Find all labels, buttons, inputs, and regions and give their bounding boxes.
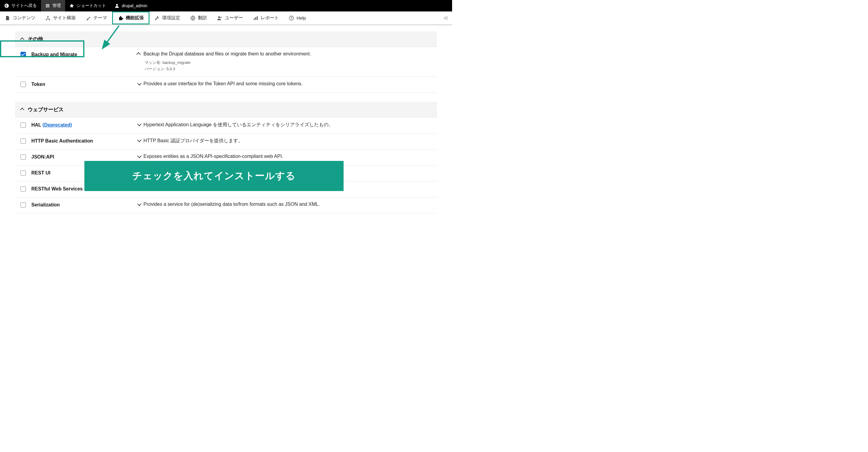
manage-toggle[interactable]: 管理 — [41, 0, 65, 11]
module-name-basicauth: HTTP Basic Authentication — [31, 138, 134, 144]
module-desc-backup: Backup the Drupal database and files or … — [144, 51, 311, 57]
wrench-icon — [86, 15, 91, 21]
module-row-serialization: Serialization Provides a service for (de… — [15, 197, 437, 213]
user-menu[interactable]: drupal_admin — [110, 0, 152, 11]
machine-name-label: マシン名: backup_migrate — [145, 60, 432, 66]
tab-structure[interactable]: サイト構築 — [40, 11, 81, 24]
svg-point-2 — [47, 16, 49, 17]
tab-appearance[interactable]: テーマ — [81, 11, 112, 24]
svg-rect-8 — [254, 19, 255, 20]
section-webservices-label: ウェブサービス — [28, 106, 64, 113]
people-icon — [217, 15, 222, 21]
module-desc-serialization: Provides a service for (de)serializing d… — [144, 202, 320, 207]
module-name-jsonapi: JSON:API — [31, 154, 134, 160]
structure-icon — [45, 15, 51, 21]
svg-point-0 — [4, 4, 9, 8]
tab-extend[interactable]: 機能拡張 — [112, 11, 150, 24]
chevron-down-icon[interactable] — [137, 202, 141, 207]
chart-icon — [253, 15, 258, 21]
globe-icon — [190, 15, 195, 21]
module-checkbox-backup[interactable] — [21, 52, 26, 57]
manage-label: 管理 — [53, 3, 61, 8]
svg-point-7 — [220, 17, 221, 18]
module-checkbox-basicauth[interactable] — [21, 138, 26, 144]
module-checkbox-restui[interactable] — [21, 170, 26, 176]
user-icon — [115, 3, 119, 8]
annotation-text: チェックを入れてインストールする — [132, 170, 296, 181]
module-checkbox-hal[interactable] — [21, 122, 26, 128]
section-webservices-header[interactable]: ウェブサービス — [15, 102, 437, 118]
module-meta-backup: マシン名: backup_migrate バージョン: 5.0.3 — [137, 60, 432, 72]
back-arrow-icon — [4, 3, 9, 8]
username-label: drupal_admin — [122, 3, 147, 8]
module-checkbox-serialization[interactable] — [21, 202, 26, 207]
deprecated-link[interactable]: (Deprecated) — [42, 122, 72, 127]
module-row-basicauth: HTTP Basic Authentication HTTP Basic 認証プ… — [15, 133, 437, 150]
chevron-down-icon[interactable] — [137, 154, 141, 159]
svg-point-1 — [116, 4, 118, 6]
section-other-label: その他 — [28, 36, 43, 42]
module-name-serialization: Serialization — [31, 202, 134, 207]
module-desc-token: Provides a user interface for the Token … — [144, 81, 303, 87]
svg-point-6 — [218, 16, 220, 18]
puzzle-icon — [118, 15, 123, 21]
chevron-down-icon[interactable] — [137, 81, 141, 87]
tab-reports-label: レポート — [261, 15, 279, 21]
module-name-token: Token — [31, 81, 134, 87]
chevron-down-icon[interactable] — [137, 122, 141, 127]
back-to-site-link[interactable]: サイトへ戻る — [0, 0, 41, 11]
tab-config-label: 環境設定 — [162, 15, 180, 21]
module-checkbox-restful[interactable] — [21, 186, 26, 192]
svg-rect-9 — [255, 17, 256, 20]
file-icon — [5, 15, 10, 21]
page-content: その他 Backup and Migrate Backup the Drupal… — [0, 25, 452, 231]
svg-text:?: ? — [290, 17, 292, 20]
toolbar-collapse-icon[interactable] — [438, 11, 452, 24]
wrench2-icon — [154, 15, 160, 21]
module-row-hal: HAL (Deprecated) Hypertext Application L… — [15, 118, 437, 133]
module-row-backup: Backup and Migrate Backup the Drupal dat… — [15, 47, 437, 77]
module-desc-jsonapi: Exposes entities as a JSON:API-specifica… — [144, 154, 283, 159]
tab-structure-label: サイト構築 — [53, 15, 76, 21]
admin-topbar: サイトへ戻る 管理 ショートカット drupal_admin — [0, 0, 452, 11]
hamburger-icon — [45, 3, 50, 8]
tab-appearance-label: テーマ — [93, 15, 107, 21]
shortcuts-label: ショートカット — [76, 3, 106, 8]
section-other-header[interactable]: その他 — [15, 31, 437, 47]
chevron-up-icon[interactable] — [137, 51, 141, 57]
svg-rect-10 — [257, 16, 258, 20]
tab-content-label: コンテンツ — [13, 15, 35, 21]
module-name-hal: HAL (Deprecated) — [31, 122, 134, 128]
tab-translate[interactable]: 翻訳 — [185, 11, 212, 24]
tab-config[interactable]: 環境設定 — [150, 11, 185, 24]
chevron-up-icon — [21, 37, 25, 41]
chevron-up-icon — [21, 107, 25, 111]
admin-tabs: コンテンツ サイト構築 テーマ 機能拡張 環境設定 翻訳 ユーザー レポート ?… — [0, 11, 452, 25]
tab-people-label: ユーザー — [225, 15, 243, 21]
annotation-banner: チェックを入れてインストールする — [84, 161, 344, 191]
module-checkbox-jsonapi[interactable] — [21, 154, 26, 160]
chevron-down-icon[interactable] — [137, 138, 141, 143]
tab-people[interactable]: ユーザー — [212, 11, 248, 24]
shortcuts-link[interactable]: ショートカット — [65, 0, 110, 11]
version-label: バージョン: 5.0.3 — [145, 66, 432, 72]
tab-extend-label: 機能拡張 — [126, 15, 144, 21]
help-icon: ? — [289, 15, 294, 21]
module-desc-hal: Hypertext Application Language を使用しているエン… — [144, 122, 333, 128]
module-name-backup: Backup and Migrate — [31, 51, 134, 57]
tab-reports[interactable]: レポート — [248, 11, 284, 24]
star-icon — [69, 3, 74, 8]
module-row-token: Token Provides a user interface for the … — [15, 77, 437, 93]
tab-content[interactable]: コンテンツ — [0, 11, 40, 24]
module-desc-basicauth: HTTP Basic 認証プロバイダーを提供します。 — [144, 138, 243, 144]
tab-help-label: Help — [297, 15, 306, 21]
back-to-site-label: サイトへ戻る — [11, 3, 37, 8]
tab-help[interactable]: ? Help — [284, 11, 311, 24]
module-checkbox-token[interactable] — [21, 82, 26, 87]
tab-translate-label: 翻訳 — [198, 15, 207, 21]
